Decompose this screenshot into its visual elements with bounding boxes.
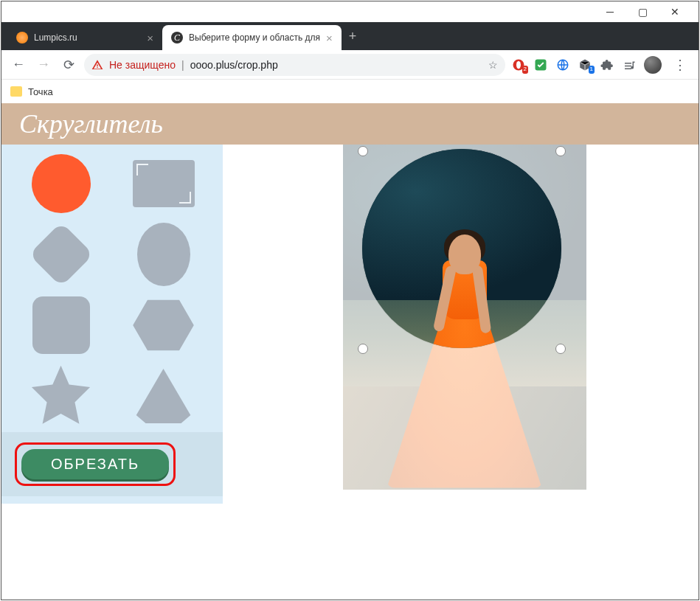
extensions-area: 2 1 ⋮ [511, 56, 691, 74]
tab-crop[interactable]: C Выберите форму и область для × [162, 25, 342, 50]
shape-diamond[interactable] [30, 223, 93, 286]
close-window-button[interactable]: ✕ [659, 1, 691, 22]
extension-music-icon[interactable] [622, 58, 637, 72]
extension-badge: 1 [589, 66, 595, 73]
extension-globe-icon[interactable] [555, 58, 570, 72]
close-tab-icon[interactable]: × [326, 32, 333, 44]
back-button[interactable]: ← [9, 57, 28, 72]
canvas-area [223, 145, 699, 504]
shape-star[interactable] [30, 364, 93, 428]
extension-badge: 2 [522, 66, 528, 73]
crop-handle-top-left[interactable] [358, 146, 368, 156]
page-header: Скруглитель [1, 103, 699, 145]
shape-circle[interactable] [30, 152, 93, 215]
workarea: ОБРЕЗАТЬ [1, 145, 699, 504]
url-text: oooo.plus/crop.php [190, 59, 278, 71]
bookmark-folder-icon [10, 86, 22, 97]
shape-hexagon[interactable] [132, 293, 195, 357]
insecure-label: Не защищено [109, 59, 176, 71]
shape-rectangle[interactable] [132, 152, 195, 215]
bookmark-star-icon[interactable]: ☆ [488, 59, 498, 71]
favicon-crop-icon: C [171, 32, 183, 44]
insecure-warning-icon [91, 59, 103, 71]
url-bar[interactable]: Не защищено | oooo.plus/crop.php ☆ [84, 54, 505, 76]
tab-title: Lumpics.ru [34, 32, 77, 43]
new-tab-button[interactable]: + [342, 29, 364, 44]
shape-panel: ОБРЕЗАТЬ [1, 145, 223, 504]
window-titlebar: ─ ▢ ✕ [1, 1, 699, 22]
favicon-lumpics-icon [16, 32, 28, 44]
crop-selection-circle[interactable] [362, 149, 561, 348]
address-bar-row: ← → ⟳ Не защищено | oooo.plus/crop.php ☆… [1, 50, 699, 80]
brand-logo: Скруглитель [19, 108, 163, 139]
close-tab-icon[interactable]: × [147, 32, 153, 44]
crop-button[interactable]: ОБРЕЗАТЬ [21, 449, 169, 479]
crop-handle-bottom-right[interactable] [555, 344, 566, 354]
tab-strip: Lumpics.ru × C Выберите форму и область … [1, 22, 699, 50]
extension-box-icon[interactable]: 1 [578, 58, 592, 72]
browser-menu-button[interactable]: ⋮ [669, 57, 691, 73]
photo-preview[interactable] [343, 145, 586, 490]
bookmark-item[interactable]: Точка [28, 86, 53, 97]
crop-handle-top-right[interactable] [555, 146, 566, 156]
tab-title: Выберите форму и область для [189, 32, 320, 43]
page-footer-space [1, 504, 699, 592]
tab-lumpics[interactable]: Lumpics.ru × [7, 25, 162, 50]
profile-avatar[interactable] [644, 56, 662, 74]
crop-button-highlight: ОБРЕЗАТЬ [15, 442, 176, 486]
svg-point-1 [516, 60, 521, 69]
shape-triangle[interactable] [132, 364, 195, 428]
shape-rounded-square[interactable] [30, 293, 93, 357]
shape-ellipse[interactable] [132, 223, 195, 286]
extension-check-icon[interactable] [533, 58, 548, 72]
extensions-puzzle-icon[interactable] [600, 58, 614, 72]
url-separator: | [181, 59, 184, 71]
bookmarks-bar: Точка [1, 80, 699, 103]
minimize-button[interactable]: ─ [594, 1, 626, 22]
maximize-button[interactable]: ▢ [626, 1, 659, 22]
extension-opera-icon[interactable]: 2 [511, 58, 526, 72]
reload-button[interactable]: ⟳ [59, 57, 78, 73]
forward-button[interactable]: → [34, 57, 53, 72]
crop-handle-bottom-left[interactable] [358, 344, 368, 354]
